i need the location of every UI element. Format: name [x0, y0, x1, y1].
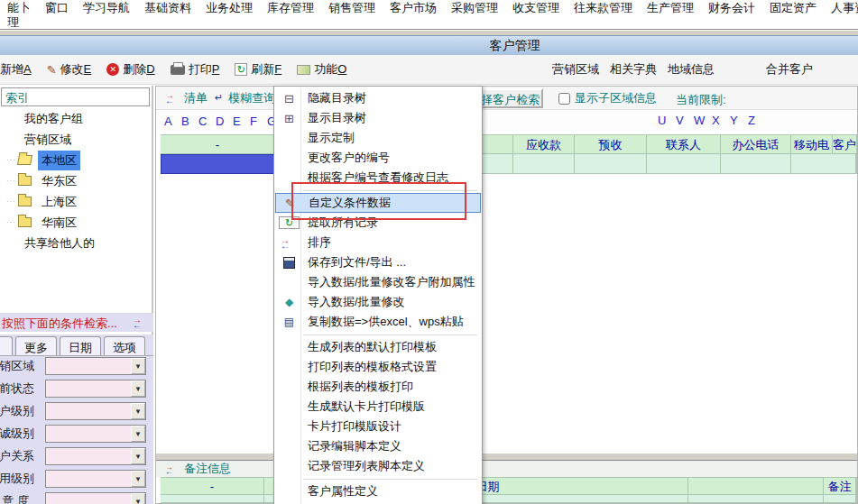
menubar-item[interactable]: 人事资料: [824, 1, 858, 15]
toolbar-link[interactable]: 相关字典: [610, 61, 657, 78]
tree-item[interactable]: ··· 营销区域: [1, 129, 150, 150]
column-header[interactable]: [688, 477, 824, 495]
column-header[interactable]: 联系人: [647, 134, 721, 154]
toolbar-button[interactable]: 新增A: [0, 61, 32, 78]
menu-item[interactable]: 隐藏目录树: [275, 88, 481, 108]
alphabet-letter[interactable]: Z: [748, 114, 766, 127]
filter-dropdown[interactable]: ▼: [45, 492, 146, 504]
alphabet-letter[interactable]: W: [694, 114, 712, 127]
alphabet-letter[interactable]: X: [712, 114, 730, 127]
menubar-item[interactable]: 能卜: [0, 1, 38, 15]
filter-dropdown[interactable]: ▼: [45, 357, 146, 375]
dropdown-arrow-icon[interactable]: ▼: [131, 448, 145, 464]
table-cell[interactable]: [647, 154, 721, 174]
toolbar-button[interactable]: 删除D: [106, 61, 154, 78]
table-cell[interactable]: [161, 154, 275, 174]
column-header[interactable]: 预收: [575, 134, 647, 154]
menubar-item[interactable]: 基础资料: [137, 1, 198, 15]
menu-item[interactable]: 提取所有记录: [275, 213, 481, 233]
notes-header[interactable]: 备注信息: [156, 461, 857, 477]
filter-dropdown[interactable]: ▼: [45, 447, 146, 465]
menu-item[interactable]: 保存到文件/导出 ...: [275, 252, 481, 272]
menubar-item[interactable]: 库存管理: [260, 1, 321, 15]
dropdown-arrow-icon[interactable]: ▼: [131, 358, 145, 374]
column-header[interactable]: 备注信息: [824, 477, 856, 495]
menu-item[interactable]: 导入数据/批量修改: [275, 292, 481, 312]
dropdown-arrow-icon[interactable]: ▼: [131, 493, 145, 504]
menubar-item[interactable]: 采购管理: [444, 1, 505, 15]
column-header[interactable]: -: [161, 134, 275, 154]
alphabet-letter[interactable]: U: [658, 114, 676, 127]
dropdown-arrow-icon[interactable]: ▼: [131, 403, 145, 419]
menu-item[interactable]: 显示目录树: [275, 108, 481, 128]
filter-dropdown[interactable]: ▼: [45, 470, 146, 488]
alphabet-letter[interactable]: D: [216, 115, 233, 128]
menubar-item[interactable]: 生产管理: [640, 1, 701, 15]
menubar-item[interactable]: 窗口: [38, 1, 76, 15]
menu-item[interactable]: 记录管理列表脚本定义: [275, 456, 481, 476]
menu-item[interactable]: 导入数据/批量修改客户附加属性: [275, 272, 481, 292]
menubar-item[interactable]: 财务会计: [701, 1, 762, 15]
menu-item[interactable]: 客户属性定义: [275, 481, 481, 501]
table-cell[interactable]: [791, 154, 856, 174]
filter-tab[interactable]: 选项: [104, 336, 145, 355]
filter-tab[interactable]: 更多: [15, 336, 57, 355]
alphabet-letter[interactable]: E: [233, 115, 250, 128]
table-cell[interactable]: [721, 154, 791, 174]
column-header[interactable]: 客户: [833, 134, 857, 154]
filter-dropdown[interactable]: ▼: [45, 402, 146, 420]
menu-item[interactable]: 更改客户的编号: [275, 148, 481, 168]
dropdown-arrow-icon[interactable]: ▼: [131, 380, 145, 397]
menu-item[interactable]: 打印列表的模板格式设置: [275, 357, 481, 377]
filter-dropdown[interactable]: ▼: [45, 425, 146, 443]
column-header[interactable]: 移动电话: [791, 134, 833, 154]
menu-item[interactable]: 自定义条件数据: [275, 193, 481, 213]
dropdown-arrow-icon[interactable]: ▼: [131, 471, 145, 487]
menubar-item[interactable]: 销售管理: [321, 1, 383, 15]
toolbar-link[interactable]: 合并客户: [766, 61, 813, 78]
table-cell[interactable]: [161, 495, 264, 503]
menubar-item[interactable]: 学习导航: [76, 1, 137, 15]
menu-item[interactable]: 复制数据=>供excel、wps粘贴: [275, 312, 481, 332]
tree-item[interactable]: ··· 本地区: [1, 150, 150, 170]
table-cell[interactable]: [824, 495, 856, 503]
alphabet-letter[interactable]: V: [676, 114, 694, 127]
toolbar-button[interactable]: 修改E: [47, 61, 92, 78]
menu-item[interactable]: 卡片打印模版设计: [275, 417, 481, 436]
alphabet-letter[interactable]: C: [198, 115, 216, 128]
menu-item[interactable]: 生成列表的默认打印模板: [275, 337, 481, 357]
tree-item[interactable]: ··· 我的客户组: [1, 108, 150, 129]
tree-item[interactable]: ··· 上海区: [1, 191, 150, 212]
list-toggle[interactable]: 清单: [163, 90, 208, 106]
column-header[interactable]: 办公电话: [721, 134, 791, 154]
table-cell[interactable]: [856, 154, 857, 174]
menubar-item[interactable]: 业务处理: [198, 1, 260, 15]
menu-item[interactable]: 根据客户编号查看修改日志: [275, 168, 481, 188]
menu-item[interactable]: 排序: [275, 233, 481, 252]
tree-item[interactable]: ··· 共享给他人的: [1, 233, 150, 253]
toolbar-link[interactable]: 营销区域: [552, 61, 599, 78]
alphabet-letter[interactable]: A: [164, 115, 181, 128]
menubar-item[interactable]: 往来款管理: [567, 1, 640, 15]
alphabet-letter[interactable]: F: [250, 115, 267, 128]
column-header[interactable]: -: [161, 477, 264, 495]
menu-item[interactable]: 显示定制: [275, 128, 481, 148]
menu-item[interactable]: 根据列表的模板打印: [275, 377, 481, 397]
menubar-item[interactable]: 收支管理: [505, 1, 567, 15]
fuzzy-search[interactable]: ↵ 模糊查询: [215, 90, 275, 106]
table-cell[interactable]: [688, 495, 824, 503]
splitter-handle[interactable]: [156, 453, 857, 461]
toolbar-link[interactable]: 地域信息: [668, 61, 715, 78]
tree-item[interactable]: ··· 华东区: [1, 170, 150, 191]
table-cell[interactable]: [575, 154, 647, 174]
toolbar-button[interactable]: 刷新F: [235, 61, 281, 78]
filter-tab[interactable]: 日期: [60, 336, 101, 355]
table-cell[interactable]: [513, 154, 575, 174]
menubar-item[interactable]: 客户市场: [383, 1, 444, 15]
alphabet-letter[interactable]: Y: [730, 114, 748, 127]
menubar-item[interactable]: 固定资产: [762, 1, 824, 15]
alphabet-letter[interactable]: B: [181, 115, 198, 128]
filter-dropdown[interactable]: ▼: [45, 380, 146, 398]
tree-item[interactable]: ··· 华南区: [1, 212, 150, 233]
toolbar-button[interactable]: 功能O: [297, 61, 346, 78]
